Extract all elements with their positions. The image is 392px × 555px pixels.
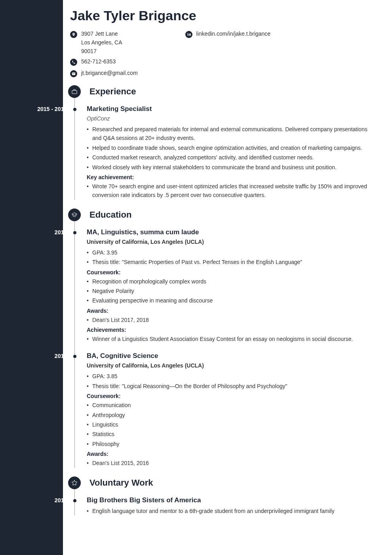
entry-school: University of California, Los Angeles (U…	[87, 239, 376, 245]
section-title-voluntary: Voluntary Work	[89, 478, 153, 488]
bullet: Evaluating perspective in meaning and di…	[87, 296, 376, 305]
bullet: English language tutor and mentor to a 6…	[87, 507, 376, 515]
section-education: Education 2018 MA, Linguistics, summa cu…	[87, 209, 376, 468]
bullet: Philosophy	[87, 440, 376, 448]
entry-bullets: GPA: 3.95 Thesis title: "Semantic Proper…	[87, 248, 376, 267]
sidebar	[0, 0, 63, 555]
awards-label: Awards:	[87, 308, 376, 314]
coursework-bullets: Recognition of morphologically complex w…	[87, 277, 376, 305]
phone-icon	[70, 59, 77, 66]
phone-text: 562-712-6353	[81, 58, 116, 65]
section-voluntary: Voluntary Work 2016 Big Brothers Big Sis…	[87, 477, 376, 515]
entry-bullets: English language tutor and mentor to a 6…	[87, 507, 376, 515]
full-name: Jake Tyler Brigance	[70, 8, 376, 23]
bullet: Wrote 70+ search engine and user-intent …	[87, 182, 376, 200]
timeline-line	[74, 98, 75, 200]
bullet: Anthropology	[87, 411, 376, 419]
awards-label: Awards:	[87, 451, 376, 457]
timeline-line	[74, 489, 75, 515]
bullet: Dean's List 2017, 2018	[87, 316, 376, 324]
coursework-label: Coursework:	[87, 393, 376, 399]
entry-date: 2016	[11, 497, 67, 503]
bullet: Conducted market research, analyzed comp…	[87, 153, 376, 162]
bullet: GPA: 3.85	[87, 372, 376, 381]
timeline-dot	[73, 108, 76, 111]
education-entry: 2014 BA, Cognitive Science University of…	[87, 352, 376, 467]
bullet: Statistics	[87, 430, 376, 438]
education-entry: 2018 MA, Linguistics, summa cum laude Un…	[87, 228, 376, 344]
email-icon	[70, 70, 77, 77]
entry-title: BA, Cognitive Science	[87, 352, 376, 360]
achievements-bullets: Winner of a Linguistics Student Associat…	[87, 335, 376, 343]
entry-date: 2015 - 2019	[11, 106, 67, 112]
key-achievement-bullets: Wrote 70+ search engine and user-intent …	[87, 182, 376, 200]
entry-date: 2014	[11, 353, 67, 359]
section-title-education: Education	[89, 210, 131, 220]
bullet: Communication	[87, 401, 376, 410]
bullet: Worked closely with key internal stakeho…	[87, 163, 376, 172]
bullet: Thesis title: "Semantic Properties of Pa…	[87, 258, 376, 266]
awards-bullets: Dean's List 2017, 2018	[87, 316, 376, 324]
linkedin: linkedin.com/in/jake.t.brigance	[185, 31, 271, 38]
entry-date: 2018	[11, 229, 67, 235]
bullet: Researched and prepared materials for in…	[87, 125, 376, 143]
section-title-experience: Experience	[89, 86, 136, 97]
linkedin-text: linkedin.com/in/jake.t.brigance	[196, 31, 271, 37]
svg-rect-0	[72, 90, 77, 94]
experience-entry: 2015 - 2019 Marketing Specialist OptiCon…	[87, 105, 376, 200]
location-icon	[70, 31, 77, 38]
awards-bullets: Dean's List 2015, 2016	[87, 459, 376, 467]
voluntary-entry: 2016 Big Brothers Big Sisters of America…	[87, 496, 376, 515]
bullet: Thesis title: "Logical Reasoning—On the …	[87, 382, 376, 390]
coursework-label: Coursework:	[87, 269, 376, 276]
contacts-row: 3907 Jett Lane Los Angeles, CA 90017 562…	[70, 31, 376, 77]
star-icon	[68, 477, 81, 489]
entry-title: MA, Linguistics, summa cum laude	[87, 228, 376, 236]
timeline-dot	[73, 355, 76, 358]
entry-title: Marketing Specialist	[87, 105, 376, 113]
address-line2: Los Angeles, CA	[81, 39, 122, 46]
entry-title: Big Brothers Big Sisters of America	[87, 496, 376, 504]
address: 3907 Jett Lane Los Angeles, CA 90017	[70, 31, 138, 54]
graduation-icon	[68, 209, 81, 221]
address-line1: 3907 Jett Lane	[81, 31, 122, 37]
timeline-dot	[73, 231, 76, 234]
phone: 562-712-6353	[70, 58, 138, 66]
bullet: GPA: 3.95	[87, 248, 376, 257]
bullet: Linguistics	[87, 420, 376, 429]
bullet: Helped to coordinate trade shows, search…	[87, 144, 376, 152]
contacts-left: 3907 Jett Lane Los Angeles, CA 90017 562…	[70, 31, 138, 77]
address-line3: 90017	[81, 48, 122, 54]
timeline-dot	[73, 499, 76, 502]
bullet: Negative Polarity	[87, 287, 376, 295]
bullet: Winner of a Linguistics Student Associat…	[87, 335, 376, 343]
achievements-label: Achievements:	[87, 327, 376, 333]
email: jt.brigance@gmail.com	[70, 70, 138, 77]
email-text: jt.brigance@gmail.com	[81, 70, 138, 76]
entry-bullets: GPA: 3.85 Thesis title: "Logical Reasoni…	[87, 372, 376, 390]
linkedin-icon	[185, 31, 192, 38]
section-experience: Experience 2015 - 2019 Marketing Special…	[87, 85, 376, 200]
entry-bullets: Researched and prepared materials for in…	[87, 125, 376, 172]
entry-school: University of California, Los Angeles (U…	[87, 362, 376, 369]
main-content: Jake Tyler Brigance 3907 Jett Lane Los A…	[63, 0, 392, 555]
key-achievement-label: Key achievement:	[87, 174, 376, 180]
bullet: Dean's List 2015, 2016	[87, 459, 376, 467]
bullet: Recognition of morphologically complex w…	[87, 277, 376, 286]
briefcase-icon	[68, 85, 81, 98]
contacts-right: linkedin.com/in/jake.t.brigance	[185, 31, 271, 77]
coursework-bullets: Communication Anthropology Linguistics S…	[87, 401, 376, 448]
timeline-line	[74, 221, 75, 468]
entry-company: OptiConz	[87, 115, 376, 122]
